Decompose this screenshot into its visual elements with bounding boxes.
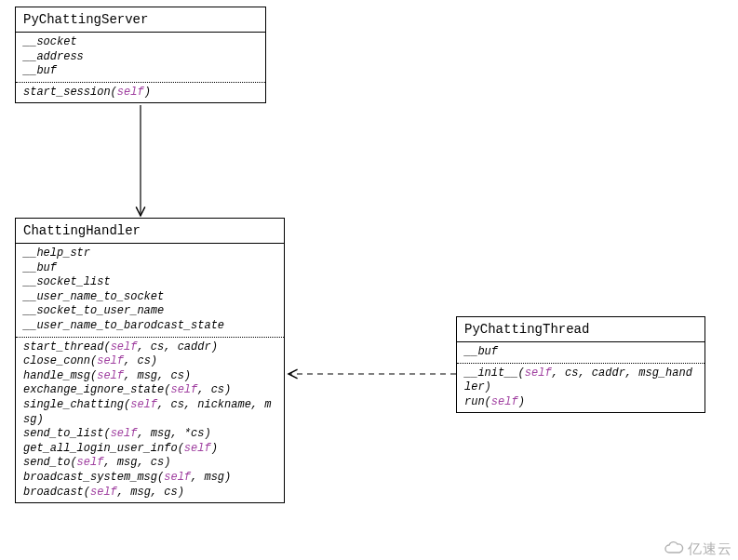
diagram-canvas: PyChattingServer __socket __address __bu… (0, 0, 738, 560)
attr: __socket_list (23, 275, 276, 290)
method: send_to_list(self, msg, *cs) (23, 427, 276, 442)
watermark-text: 亿速云 (688, 540, 732, 558)
class-attributes: __socket __address __buf (16, 33, 265, 83)
attr: __address (23, 50, 258, 65)
class-pychattingserver: PyChattingServer __socket __address __bu… (15, 7, 266, 103)
method: get_all_login_user_info(self) (23, 442, 276, 457)
class-methods: start_thread(self, cs, caddr) close_conn… (16, 338, 284, 503)
watermark: 亿速云 (664, 540, 732, 558)
class-title: PyChattingServer (16, 7, 265, 33)
class-title: PyChattingThread (457, 317, 704, 342)
method: run(self) (464, 395, 697, 410)
class-pychattingthread: PyChattingThread __buf __init__(self, cs… (456, 316, 705, 413)
method: handle_msg(self, msg, cs) (23, 369, 276, 384)
method: start_session(self) (23, 86, 258, 100)
class-attributes: __buf (457, 342, 704, 364)
attr: __user_name_to_barodcast_state (23, 319, 276, 334)
attr: __buf (464, 345, 697, 360)
method: broadcast_system_msg(self, msg) (23, 471, 276, 486)
method: send_to(self, msg, cs) (23, 456, 276, 471)
class-chattinghandler: ChattingHandler __help_str __buf __socke… (15, 218, 285, 503)
attr: __buf (23, 64, 258, 79)
class-attributes: __help_str __buf __socket_list __user_na… (16, 244, 284, 338)
attr: __socket_to_user_name (23, 304, 276, 319)
class-methods: start_session(self) (16, 83, 265, 103)
method: start_thread(self, cs, caddr) (23, 340, 276, 355)
attr: __socket (23, 35, 258, 50)
method: __init__(self, cs, caddr, msg_handler) (464, 367, 697, 395)
attr: __buf (23, 261, 276, 276)
attr: __user_name_to_socket (23, 290, 276, 305)
method: exchange_ignore_state(self, cs) (23, 383, 276, 398)
class-title: ChattingHandler (16, 219, 284, 244)
method: broadcast(self, msg, cs) (23, 486, 276, 500)
method: close_conn(self, cs) (23, 354, 276, 369)
method: single_chatting(self, cs, nickname, msg) (23, 398, 276, 427)
attr: __help_str (23, 247, 276, 261)
cloud-icon (664, 540, 684, 558)
class-methods: __init__(self, cs, caddr, msg_handler) r… (457, 364, 704, 413)
